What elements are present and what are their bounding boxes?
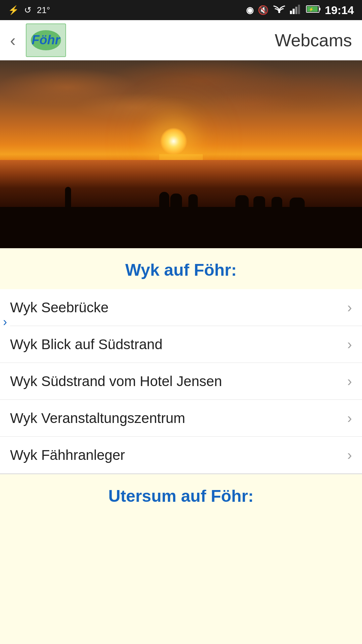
svg-point-0: [278, 11, 280, 13]
list-item-veranstaltungszentrum[interactable]: Wyk Veranstaltungszentrum ›: [0, 400, 362, 437]
svg-rect-1: [290, 11, 292, 14]
scroll-indicator: ›: [0, 309, 10, 335]
person-silhouette-2: [159, 192, 169, 207]
app-bar: ‹ Föhr Webcams: [0, 20, 362, 60]
section-header-wyk: Wyk auf Föhr:: [0, 248, 362, 289]
logo-text: Föhr: [32, 33, 60, 47]
signal-icon: [290, 4, 302, 16]
status-right-icons: ◉ 🔇 ⚡: [246, 4, 354, 17]
back-button[interactable]: ‹: [7, 27, 19, 53]
status-bar: ⚡ ↺ 21° ◉ 🔇: [0, 0, 362, 20]
person-silhouette-5: [235, 195, 249, 207]
svg-text:⚡: ⚡: [309, 7, 314, 12]
person-silhouette-6: [253, 196, 265, 207]
hero-image: [0, 60, 362, 248]
battery-icon: ⚡: [306, 5, 321, 16]
sync-icon: ↺: [24, 5, 32, 15]
chevron-right-icon: ›: [347, 373, 352, 389]
list-item-seebruck[interactable]: Wyk Seebrücke ›: [0, 289, 362, 326]
chevron-right-icon: ›: [347, 410, 352, 426]
svg-rect-6: [319, 8, 320, 10]
person-silhouette-3: [170, 194, 182, 207]
list-item-text: Wyk Veranstaltungszentrum: [10, 410, 185, 426]
eye-icon: ◉: [246, 5, 254, 15]
list-item-suedstrand-blick[interactable]: Wyk Blick auf Südstrand ›: [0, 326, 362, 363]
svg-rect-4: [298, 5, 300, 14]
page-title: Webcams: [73, 30, 355, 50]
list-item-text: Wyk Seebrücke: [10, 300, 109, 316]
status-time: 19:14: [325, 4, 354, 17]
person-silhouette-1: [65, 187, 71, 207]
list-item-text: Wyk Fähhranleger: [10, 447, 125, 463]
person-silhouette-4: [188, 194, 198, 207]
foreground-element: [0, 207, 362, 248]
chevron-right-icon: ›: [347, 336, 352, 353]
sun-element: [160, 128, 187, 155]
wifi-icon: [273, 4, 286, 16]
app-logo: Föhr: [26, 23, 66, 57]
temperature-label: 21°: [37, 5, 50, 15]
logo-blob: Föhr: [31, 30, 61, 50]
chevron-right-icon: ›: [347, 300, 352, 316]
section-header-utersum: Utersum auf Föhr:: [0, 474, 362, 511]
content-area: Wyk auf Föhr: Wyk Seebrücke › Wyk Blick …: [0, 248, 362, 525]
list-item-text: Wyk Blick auf Südstrand: [10, 336, 163, 353]
list-item-fahhranleger[interactable]: Wyk Fähhranleger ›: [0, 437, 362, 474]
status-left-icons: ⚡ ↺ 21°: [8, 5, 50, 15]
usb-icon: ⚡: [8, 5, 19, 15]
svg-rect-3: [295, 7, 297, 14]
svg-rect-2: [293, 9, 295, 14]
list-item-suedstrand-hotel[interactable]: Wyk Südstrand vom Hotel Jensen ›: [0, 363, 362, 400]
person-silhouette-8: [290, 198, 305, 207]
mute-icon: 🔇: [258, 5, 268, 15]
list-item-text: Wyk Südstrand vom Hotel Jensen: [10, 373, 222, 389]
person-silhouette-7: [272, 197, 282, 207]
chevron-right-icon: ›: [347, 447, 352, 463]
